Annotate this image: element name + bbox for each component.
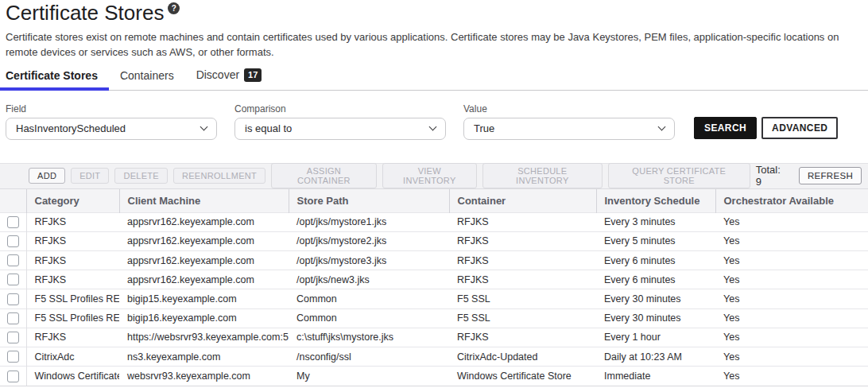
toolbar-right: Total: 9 REFRESH (756, 164, 862, 188)
search-filter-bar: Field HasInventoryScheduled Comparison i… (0, 103, 868, 140)
tab-label: Containers (120, 69, 174, 82)
field-label: Field (6, 103, 217, 114)
cell-orchestrator-available: Yes (715, 289, 868, 308)
table-row: F5 SSL Profiles RESTbigip15.keyexample.c… (0, 289, 868, 308)
cell-container: RFJKS (449, 328, 596, 347)
edit-button[interactable]: EDIT (71, 168, 109, 184)
toolbar-buttons: ADDEDITDELETEREENROLLMENTASSIGN CONTAINE… (29, 163, 756, 188)
cell-category: Windows Certificate (26, 367, 119, 386)
cell-client-machine: https://websrvr93.keyexample.com:5986 (119, 328, 289, 347)
schedule-inventory-button[interactable]: SCHEDULE INVENTORY (482, 163, 603, 188)
add-button[interactable]: ADD (29, 168, 65, 184)
field-filter-group: Field HasInventoryScheduled (6, 103, 217, 140)
cell-inventory-schedule: Every 3 minutes (596, 212, 715, 231)
cell-store-path: My (289, 367, 449, 386)
cell-category: RFJKS (26, 251, 119, 270)
comparison-select[interactable]: is equal to (234, 118, 446, 140)
cell-inventory-schedule: Immediate (596, 367, 715, 386)
cell-store-path: /opt/jks/mystore3.jks (289, 251, 449, 270)
comparison-label: Comparison (234, 103, 446, 114)
row-checkbox[interactable] (7, 371, 19, 382)
column-header-client-machine[interactable]: Client Machine (119, 189, 289, 213)
cell-category: CitrixAdc (26, 347, 119, 367)
field-select-value: HasInventoryScheduled (16, 122, 126, 134)
cell-container: F5 SSL (449, 289, 596, 308)
table-row: Windows Certificatewebsrvr93.keyexample.… (0, 367, 868, 386)
row-checkbox-cell (0, 347, 26, 367)
table-row: RFJKSappsrvr162.keyexample.com/opt/jks/m… (0, 251, 868, 270)
view-inventory-button[interactable]: VIEW INVENTORY (382, 163, 477, 188)
cell-inventory-schedule: Every 6 minutes (596, 251, 715, 270)
comparison-filter-group: Comparison is equal to (234, 103, 446, 140)
table-row: F5 SSL Profiles RESTbigip16.keyexample.c… (0, 308, 868, 328)
tab-count-badge: 17 (244, 68, 262, 81)
cell-orchestrator-available: Yes (715, 347, 868, 367)
cell-inventory-schedule: Every 30 minutes (596, 289, 715, 308)
row-checkbox[interactable] (7, 254, 19, 266)
grid-toolbar: ADDEDITDELETEREENROLLMENTASSIGN CONTAINE… (0, 164, 868, 189)
cell-inventory-schedule: Every 30 minutes (596, 308, 715, 328)
row-checkbox[interactable] (7, 216, 19, 228)
chevron-down-icon (429, 123, 437, 131)
row-checkbox[interactable] (7, 274, 19, 285)
column-header-orchestrator-available[interactable]: Orchestrator Available (715, 189, 868, 213)
column-header-store-path[interactable]: Store Path (289, 189, 449, 213)
cell-client-machine: appsrvr162.keyexample.com (119, 212, 289, 231)
reenrollment-button[interactable]: REENROLLMENT (173, 168, 265, 184)
cell-container: RFJKS (449, 270, 596, 289)
row-checkbox-cell (0, 270, 26, 289)
table-row: RFJKSappsrvr162.keyexample.com/opt/jks/m… (0, 231, 868, 250)
table-row: CitrixAdcns3.keyexample.com/nsconfig/ssl… (0, 347, 868, 367)
search-button[interactable]: SEARCH (694, 117, 757, 139)
tab-certificate-stores[interactable]: Certificate Stores (0, 66, 109, 91)
row-checkbox[interactable] (7, 332, 19, 343)
tab-label: Discover (196, 68, 239, 81)
cell-inventory-schedule: Every 6 minutes (596, 270, 715, 289)
cell-container: CitrixAdc-Updated (449, 347, 596, 367)
row-checkbox[interactable] (7, 235, 19, 247)
delete-button[interactable]: DELETE (114, 168, 168, 184)
row-checkbox-cell (0, 212, 26, 231)
value-label: Value (463, 103, 675, 114)
chevron-down-icon (658, 123, 666, 131)
cell-store-path: c:\stuff\jks\mystore.jks (289, 328, 449, 347)
cell-store-path: /nsconfig/ssl (289, 347, 449, 367)
cell-client-machine: appsrvr162.keyexample.com (119, 251, 289, 270)
cell-orchestrator-available: Yes (715, 367, 868, 386)
cell-client-machine: appsrvr162.keyexample.com (119, 270, 289, 289)
cell-inventory-schedule: Every 1 hour (596, 328, 715, 347)
cell-orchestrator-available: Yes (715, 251, 868, 270)
row-checkbox[interactable] (7, 293, 19, 305)
cell-orchestrator-available: Yes (715, 328, 868, 347)
column-header-category[interactable]: Category (26, 189, 119, 213)
query-certificate-store-button[interactable]: QUERY CERTIFICATE STORE (608, 163, 750, 188)
certificate-stores-grid: ADDEDITDELETEREENROLLMENTASSIGN CONTAINE… (0, 163, 868, 386)
cell-container: F5 SSL (449, 308, 596, 328)
row-checkbox-cell (0, 367, 26, 386)
cell-category: F5 SSL Profiles REST (26, 289, 119, 308)
tab-containers[interactable]: Containers (109, 66, 185, 91)
cell-container: RFJKS (449, 251, 596, 270)
refresh-button[interactable]: REFRESH (799, 167, 862, 184)
field-select[interactable]: HasInventoryScheduled (6, 118, 217, 140)
row-checkbox-cell (0, 251, 26, 270)
value-select[interactable]: True (463, 118, 675, 140)
cell-inventory-schedule: Every 5 minutes (596, 231, 715, 250)
page-title: Certificate Stores (6, 2, 164, 25)
advanced-button[interactable]: ADVANCED (761, 117, 838, 139)
page-description: Certificate stores exist on remote machi… (6, 29, 850, 60)
cell-client-machine: websrvr93.keyexample.com (119, 367, 289, 386)
cell-orchestrator-available: Yes (715, 270, 868, 289)
assign-container-button[interactable]: ASSIGN CONTAINER (271, 163, 377, 188)
tab-discover[interactable]: Discover17 (185, 65, 273, 90)
table-row: RFJKSappsrvr162.keyexample.com/opt/jks/m… (0, 212, 868, 231)
cell-container: RFJKS (449, 231, 596, 250)
row-checkbox[interactable] (7, 351, 19, 363)
value-select-value: True (474, 122, 494, 134)
help-icon[interactable]: ? (168, 2, 180, 14)
column-header-inventory-schedule[interactable]: Inventory Schedule (596, 189, 715, 213)
table-row: RFJKShttps://websrvr93.keyexample.com:59… (0, 328, 868, 347)
row-checkbox[interactable] (7, 312, 19, 324)
column-header-container[interactable]: Container (449, 189, 596, 213)
cell-orchestrator-available: Yes (715, 231, 868, 250)
